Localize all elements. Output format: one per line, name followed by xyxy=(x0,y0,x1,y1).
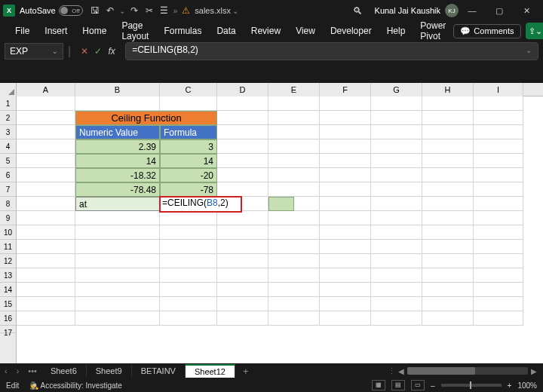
name-box[interactable]: EXP ⌄ xyxy=(5,43,63,60)
filename-dropdown-icon[interactable]: ⌄ xyxy=(232,7,238,15)
col-header-H[interactable]: H xyxy=(422,83,474,96)
tab-data[interactable]: Data xyxy=(209,23,243,39)
view-page-break-icon[interactable]: ▭ xyxy=(411,380,425,390)
fx-button[interactable]: fx xyxy=(106,46,118,57)
close-button[interactable]: ✕ xyxy=(513,0,540,21)
sheet-tab-sheet6[interactable]: Sheet6 xyxy=(41,365,87,377)
zoom-out-button[interactable]: – xyxy=(431,381,435,390)
touch-mode-icon[interactable]: ☰ xyxy=(157,5,172,16)
autosave-toggle[interactable]: Off xyxy=(59,5,83,16)
row-header-3[interactable]: 3 xyxy=(0,125,16,139)
row-header-17[interactable]: 17 xyxy=(0,326,16,333)
name-box-dropdown-icon[interactable]: ⌄ xyxy=(52,47,58,55)
row-header-8[interactable]: 8 xyxy=(0,197,16,211)
cancel-button[interactable]: ✕ xyxy=(78,46,90,57)
hscroll-left-icon[interactable]: ◀ xyxy=(398,367,404,375)
sheet-tab-betainv[interactable]: BETAINV xyxy=(132,365,186,377)
tab-review[interactable]: Review xyxy=(244,23,288,39)
cell-B7[interactable]: -78.48 xyxy=(75,182,160,197)
col-header-C[interactable]: C xyxy=(160,83,217,96)
row-header-14[interactable]: 14 xyxy=(0,283,16,297)
cell-D8[interactable] xyxy=(217,197,268,211)
col-header-A[interactable]: A xyxy=(17,83,75,96)
warning-icon[interactable]: ⚠ xyxy=(182,5,190,16)
row-header-2[interactable]: 2 xyxy=(0,111,16,125)
cell-B2[interactable] xyxy=(75,111,160,125)
comments-button[interactable]: 💬 Comments xyxy=(453,24,520,38)
row-header-9[interactable]: 9 xyxy=(0,211,16,225)
row-header-4[interactable]: 4 xyxy=(0,139,16,154)
row-header-1[interactable]: 1 xyxy=(0,96,16,111)
share-button[interactable]: ⇪⌄ xyxy=(526,23,543,39)
tab-page-layout[interactable]: Page Layout xyxy=(114,17,156,44)
cell-C5[interactable]: 14 xyxy=(160,154,217,168)
row-header-10[interactable]: 10 xyxy=(0,225,16,240)
cell-C2[interactable] xyxy=(160,111,217,125)
col-header-I[interactable]: I xyxy=(474,83,523,96)
zoom-level[interactable]: 100% xyxy=(517,381,537,390)
cell-E8-spill[interactable] xyxy=(268,197,294,211)
tab-home[interactable]: Home xyxy=(75,23,114,39)
sheet-tab-sheet12[interactable]: Sheet12 xyxy=(186,364,235,378)
hscroll-right-icon[interactable]: ▶ xyxy=(531,367,537,375)
search-icon[interactable]: 🔍︎ xyxy=(353,5,363,17)
cut-icon[interactable]: ✂ xyxy=(142,5,157,16)
cell-B6[interactable]: -18.32 xyxy=(75,168,160,182)
formula-expand-icon[interactable]: ⌄ xyxy=(526,46,532,54)
row-header-11[interactable]: 11 xyxy=(0,240,16,254)
select-all-triangle[interactable] xyxy=(0,83,17,96)
tab-developer[interactable]: Developer xyxy=(323,23,379,39)
view-normal-icon[interactable]: ▦ xyxy=(372,380,385,390)
row-header-6[interactable]: 6 xyxy=(0,168,16,182)
cell-grid[interactable]: Numeric Value Formula 2.39 3 14 14 -18.3… xyxy=(17,96,543,363)
undo-icon[interactable]: ↶ xyxy=(103,5,118,16)
tab-view[interactable]: View xyxy=(288,23,323,39)
zoom-slider[interactable] xyxy=(441,384,502,387)
sheet-tab-sheet9[interactable]: Sheet9 xyxy=(87,365,132,377)
col-header-E[interactable]: E xyxy=(268,83,320,96)
hscroll-track[interactable] xyxy=(407,367,528,375)
tab-formulas[interactable]: Formulas xyxy=(156,23,209,39)
maximize-button[interactable]: ▢ xyxy=(486,0,513,21)
tab-scroll-separator-icon[interactable]: ⋮ xyxy=(388,366,395,376)
quick-access-overflow-icon[interactable]: » xyxy=(173,7,178,15)
row-header-15[interactable]: 15 xyxy=(0,297,16,311)
tab-help[interactable]: Help xyxy=(379,23,413,39)
tab-power-pivot[interactable]: Power Pivot xyxy=(413,17,453,44)
hscroll-thumb[interactable] xyxy=(407,367,475,375)
col-header-F[interactable]: F xyxy=(320,83,371,96)
cell-B5[interactable]: 14 xyxy=(75,154,160,168)
autosave-control[interactable]: AutoSave Off xyxy=(20,5,83,16)
row-header-16[interactable]: 16 xyxy=(0,311,16,326)
sheet-list-menu-icon[interactable]: ••• xyxy=(23,366,41,375)
new-sheet-button[interactable]: + xyxy=(235,366,256,377)
cell-C6[interactable]: -20 xyxy=(160,168,217,182)
tab-insert[interactable]: Insert xyxy=(37,23,75,39)
undo-dropdown-icon[interactable]: ⌄ xyxy=(119,7,125,15)
cell-B8[interactable]: at xyxy=(75,197,160,211)
col-header-G[interactable]: G xyxy=(371,83,422,96)
account-area[interactable]: Kunal Jai Kaushik KJ xyxy=(375,4,459,17)
sheet-nav-prev-icon[interactable]: ‹ xyxy=(0,366,12,375)
row-header-13[interactable]: 13 xyxy=(0,268,16,283)
redo-icon[interactable]: ↷ xyxy=(127,5,142,16)
cell-C7[interactable]: -78 xyxy=(160,182,217,197)
filename-label[interactable]: sales.xlsx xyxy=(195,6,231,15)
cell-B3[interactable]: Numeric Value xyxy=(75,125,160,139)
row-header-12[interactable]: 12 xyxy=(0,254,16,268)
save-icon[interactable]: 🖫 xyxy=(87,5,103,16)
formula-input[interactable]: =CEILING(B8,2) ⌄ xyxy=(125,42,538,60)
row-header-7[interactable]: 7 xyxy=(0,182,16,197)
row-header-5[interactable]: 5 xyxy=(0,154,16,168)
accessibility-status[interactable]: 🕵 Accessibility: Investigate xyxy=(29,381,122,390)
cell-C3[interactable]: Formula xyxy=(160,125,217,139)
tab-file[interactable]: File xyxy=(8,23,37,39)
col-header-D[interactable]: D xyxy=(217,83,268,96)
zoom-in-button[interactable]: + xyxy=(508,381,512,390)
minimize-button[interactable]: — xyxy=(459,0,486,21)
sheet-nav-next-icon[interactable]: › xyxy=(12,366,24,375)
view-page-layout-icon[interactable]: ▤ xyxy=(391,380,405,390)
cell-C8[interactable] xyxy=(160,197,217,211)
enter-button[interactable]: ✓ xyxy=(92,46,104,57)
col-header-B[interactable]: B xyxy=(75,83,160,96)
